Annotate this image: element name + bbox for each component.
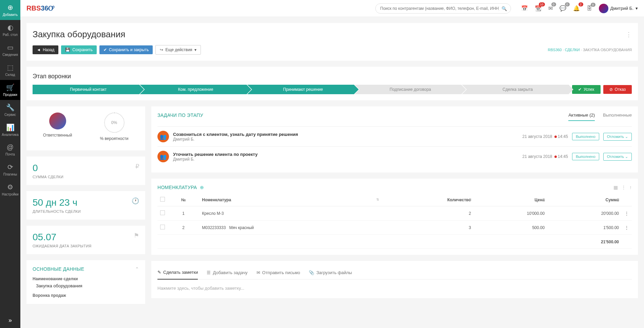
ruble-icon: ₽	[135, 163, 139, 170]
task-owner: Дмитрий Б.	[173, 137, 518, 142]
duration-value: 50 дн 23 ч	[33, 197, 81, 208]
funnel-card: Этап воронки Первичный контакт Ком. пред…	[26, 67, 638, 100]
user-menu[interactable]: Дмитрий Б. ▾	[599, 4, 638, 13]
back-button[interactable]: ◄Назад	[33, 45, 58, 54]
chevron-down-icon: ⌄	[625, 135, 628, 139]
chat-icon[interactable]: 💬0	[560, 5, 566, 12]
save-close-button[interactable]: ✔Сохранить и закрыть	[99, 45, 153, 54]
sidebar-item-info[interactable]: ▭Сведения	[0, 40, 20, 60]
logo[interactable]: RBS36Ꝍ	[26, 4, 54, 12]
row-menu-icon[interactable]: ⋮	[625, 211, 629, 216]
nomenclature-table: № Номенклатура Количество Цена Сумма	[157, 193, 632, 249]
total-row: 21'500.00	[157, 235, 632, 249]
task-title[interactable]: Уточнить решение клиента по проекту	[173, 152, 518, 157]
duration-card: 50 дн 23 чДЛИТЕЛЬНОСТЬ СДЕЛКИ🕐	[26, 191, 145, 220]
sidebar-item-warehouse[interactable]: ⬚Склад	[0, 60, 20, 80]
sidebar-item-mail[interactable]: @Почта	[0, 140, 20, 160]
search-icon[interactable]: 🔍	[501, 6, 507, 11]
deal-name-value[interactable]: Закупка оборудования	[33, 283, 139, 288]
box-icon: ⬚	[7, 63, 14, 71]
sidebar-item-analytics[interactable]: 📊Аналитика	[0, 120, 20, 140]
grid-view-icon[interactable]: ▦	[613, 185, 618, 190]
sidebar-item-add[interactable]: ⊕Добавить	[0, 0, 20, 20]
row-menu-icon[interactable]: ⋮	[625, 225, 629, 230]
delay-button[interactable]: Отложить ⌄	[603, 153, 632, 161]
owner-label: Ответственный	[43, 133, 72, 138]
topbar: RBS36Ꝍ 🔍 📅 📆10 ✉0 💬0 🔔2 🗄0 Дмитрий Б. ▾	[20, 0, 644, 17]
breadcrumb-root[interactable]: RBS360	[548, 48, 562, 52]
gear-icon: ⚙	[7, 183, 13, 191]
tab-send-mail[interactable]: ✉Отправить письмо	[257, 267, 300, 279]
mail-icon: ✉	[257, 270, 260, 275]
fail-button[interactable]: ⊘ Отказ	[603, 85, 632, 94]
tab-done-tasks[interactable]: Выполненные	[603, 112, 632, 121]
search-input[interactable]	[375, 3, 511, 14]
page-menu-icon[interactable]: ⋮	[626, 31, 632, 38]
date-icon[interactable]: 📆10	[535, 5, 542, 12]
more-actions-button[interactable]: ↪Еще действия▾	[155, 45, 201, 55]
row-checkbox[interactable]	[160, 225, 165, 229]
tab-active-tasks[interactable]: Активные (2)	[568, 112, 595, 121]
pencil-icon: ✎	[157, 270, 161, 275]
sidebar-item-settings[interactable]: ⚙Настройки	[0, 180, 20, 200]
stage-contract[interactable]: Подписание договора	[355, 85, 466, 94]
funnel-stages: Первичный контакт Ком. предложение Прини…	[33, 85, 569, 94]
stage-decision[interactable]: Принимают решение	[247, 85, 359, 94]
col-number[interactable]: №	[168, 193, 199, 206]
stage-closed[interactable]: Сделка закрыта	[462, 85, 573, 94]
basic-title: ОСНОВНЫЕ ДАННЫЕ	[33, 266, 84, 272]
upload-icon[interactable]: ↑	[629, 185, 632, 190]
task-title[interactable]: Созвониться с клиентом, узнать дату прин…	[173, 132, 518, 137]
total-value: 21'500.00	[547, 235, 622, 249]
select-all-checkbox[interactable]	[160, 197, 165, 202]
save-button[interactable]: 💾Сохранить	[61, 45, 97, 54]
drawer-icon[interactable]: 🗄0	[587, 5, 592, 12]
col-name[interactable]: Номенклатура	[199, 193, 381, 206]
sidebar-item-sales[interactable]: 🛒Продажи	[0, 80, 20, 100]
collapse-icon[interactable]: ⌃	[135, 266, 139, 272]
owner-avatar[interactable]	[49, 112, 66, 129]
cart-icon: 🛒	[6, 83, 15, 91]
stage-contact[interactable]: Первичный контакт	[33, 85, 144, 94]
success-button[interactable]: ✔ Успех	[572, 85, 601, 94]
user-name: Дмитрий Б.	[610, 6, 633, 11]
cancel-icon: ⊘	[609, 87, 613, 92]
breadcrumb-deals[interactable]: СДЕЛКИ	[565, 48, 580, 52]
bell-icon[interactable]: 🔔2	[573, 5, 580, 12]
col-qty[interactable]: Количество	[381, 193, 474, 206]
sidebar-item-service[interactable]: 🔧Сервис	[0, 100, 20, 120]
nom-menu-icon[interactable]: ⋮	[621, 185, 626, 190]
delay-button[interactable]: Отложить ⌄	[603, 133, 632, 141]
row-checkbox[interactable]	[160, 210, 165, 215]
sidebar-item-dashboard[interactable]: ◐Раб. стол	[0, 20, 20, 40]
col-price[interactable]: Цена	[474, 193, 547, 206]
calendar-icon[interactable]: 📅	[521, 5, 528, 12]
stage-offer[interactable]: Ком. предложение	[140, 85, 251, 94]
nomenclature-card: НОМЕНКЛАТУРА ⊕ ▦ ⋮ ↑ №	[151, 179, 638, 255]
save-icon: 💾	[65, 47, 70, 52]
add-nom-icon[interactable]: ⊕	[200, 185, 204, 190]
arrow-left-icon: ◄	[37, 47, 41, 52]
at-icon: @	[7, 143, 14, 151]
breadcrumb-current: ЗАКУПКА ОБОРУДОВАНИЯ	[583, 48, 632, 52]
wrench-icon: 🔧	[6, 103, 15, 111]
note-input[interactable]: Нажмите здесь, чтобы добавить заметку...	[157, 284, 632, 292]
sidebar-collapse[interactable]: »	[0, 313, 20, 328]
col-sum[interactable]: Сумма	[547, 193, 622, 206]
task-date: 21 августа 2018 14:45	[522, 134, 568, 139]
nom-title: НОМЕНКЛАТУРА	[157, 185, 197, 190]
tab-upload-files[interactable]: 📎Загрузить файлы	[309, 267, 352, 279]
tab-make-note[interactable]: ✎Сделать заметки	[157, 267, 198, 280]
share-icon: ↪	[160, 47, 163, 52]
tasks-title: ЗАДАЧИ ПО ЭТАПУ	[157, 112, 203, 118]
envelope-icon[interactable]: ✉0	[548, 5, 553, 12]
task-row: 👥 Созвониться с клиентом, узнать дату пр…	[157, 126, 632, 146]
tab-add-task[interactable]: ☰Добавить задачу	[207, 267, 247, 279]
done-button[interactable]: Выполнено	[572, 133, 599, 140]
list-icon: ☰	[207, 270, 211, 275]
probability-circle: 0%	[104, 112, 125, 133]
duration-label: ДЛИТЕЛЬНОСТЬ СДЕЛКИ	[33, 209, 81, 213]
done-button[interactable]: Выполнено	[572, 153, 599, 160]
sidebar-item-plugins[interactable]: ⟳Плагины	[0, 160, 20, 180]
close-date-value: 05.07	[33, 232, 92, 243]
